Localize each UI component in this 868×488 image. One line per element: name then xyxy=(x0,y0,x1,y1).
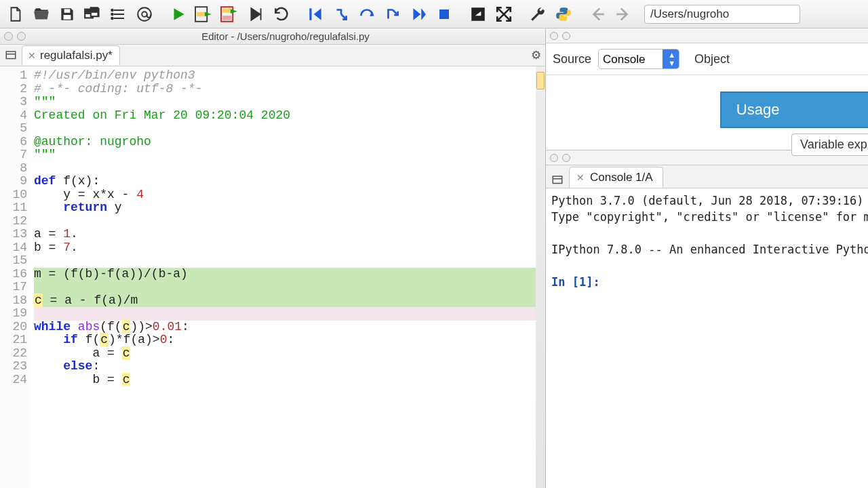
help-pane-title xyxy=(546,28,868,43)
svg-rect-1 xyxy=(64,9,71,12)
new-file-icon[interactable] xyxy=(4,3,27,26)
close-dot-icon[interactable] xyxy=(4,32,13,41)
scrollbar-thumb[interactable] xyxy=(536,72,545,89)
step-over-line-icon[interactable] xyxy=(381,3,404,26)
code-editor[interactable]: 123456789101112131415161718192021222324 … xyxy=(0,66,545,488)
svg-rect-18 xyxy=(309,8,311,20)
file-tab-label: regulafalsi.py* xyxy=(40,49,113,62)
goto-first-icon[interactable] xyxy=(304,3,327,26)
run-cell-advance-icon[interactable] xyxy=(218,3,241,26)
python-icon[interactable] xyxy=(552,3,575,26)
line-gutter: 123456789101112131415161718192021222324 xyxy=(0,66,31,488)
run-icon[interactable] xyxy=(167,3,190,26)
editor-options-icon[interactable]: ⚙ xyxy=(531,48,541,62)
svg-rect-22 xyxy=(553,176,562,184)
svg-point-8 xyxy=(111,13,113,15)
console-tab[interactable]: ✕ Console 1/A xyxy=(569,167,663,188)
editor-title-bar: Editor - /Users/nugroho/regulafalsi.py xyxy=(0,28,545,45)
arrow-left-icon[interactable] xyxy=(586,3,609,26)
min-dot-icon[interactable] xyxy=(562,32,570,40)
svg-point-7 xyxy=(111,9,113,11)
scrollbar-track[interactable] xyxy=(536,66,545,488)
source-label: Source xyxy=(553,52,591,66)
browse-console-tabs-icon[interactable] xyxy=(550,173,565,188)
main-toolbar xyxy=(0,0,868,28)
variable-explorer-link[interactable]: Variable exp xyxy=(791,134,868,156)
object-label: Object xyxy=(694,52,730,66)
stop-icon[interactable] xyxy=(433,3,456,26)
step-in-icon[interactable] xyxy=(330,3,353,26)
open-folder-icon[interactable] xyxy=(30,3,53,26)
svg-point-9 xyxy=(111,17,113,19)
console-tab-row: ✕ Console 1/A xyxy=(546,165,868,188)
debug-icon[interactable] xyxy=(244,3,267,26)
run-cell-icon[interactable] xyxy=(193,3,216,26)
svg-point-10 xyxy=(138,7,151,21)
at-icon[interactable] xyxy=(133,3,156,26)
min-dot-icon[interactable] xyxy=(562,154,570,162)
step-over-icon[interactable] xyxy=(355,3,378,26)
save-icon[interactable] xyxy=(56,3,79,26)
svg-rect-21 xyxy=(6,52,16,59)
help-body: Usage Variable exp xyxy=(546,75,868,150)
close-tab-icon[interactable]: ✕ xyxy=(28,50,36,61)
svg-rect-0 xyxy=(64,15,71,20)
close-dot-icon[interactable] xyxy=(550,32,558,40)
wrench-icon[interactable] xyxy=(526,3,549,26)
svg-rect-13 xyxy=(197,12,205,16)
console-tab-label: Console 1/A xyxy=(590,171,653,184)
editor-title-text: Editor - /Users/nugroho/regulafalsi.py xyxy=(30,30,541,42)
svg-point-11 xyxy=(142,12,147,17)
source-select[interactable]: Console xyxy=(598,49,679,69)
maximize-icon[interactable] xyxy=(467,3,490,26)
restart-icon[interactable] xyxy=(270,3,293,26)
step-out-icon[interactable] xyxy=(407,3,430,26)
path-input[interactable] xyxy=(644,5,800,24)
close-dot-icon[interactable] xyxy=(550,154,558,162)
help-source-row: Source Console ▲▼ Object xyxy=(546,43,868,75)
list-icon[interactable] xyxy=(107,3,130,26)
arrow-right-icon[interactable] xyxy=(612,3,635,26)
browse-tabs-icon[interactable] xyxy=(4,49,18,62)
file-tab[interactable]: ✕ regulafalsi.py* xyxy=(22,45,120,65)
fullscreen-icon[interactable] xyxy=(492,3,515,26)
svg-rect-19 xyxy=(439,9,449,19)
svg-rect-3 xyxy=(92,12,98,15)
svg-rect-15 xyxy=(222,8,231,12)
console-output[interactable]: Python 3.7.0 (default, Jun 28 2018, 07:3… xyxy=(546,188,868,488)
close-console-tab-icon[interactable]: ✕ xyxy=(576,172,585,183)
min-dot-icon[interactable] xyxy=(17,32,26,41)
save-all-icon[interactable] xyxy=(81,3,104,26)
svg-rect-16 xyxy=(222,16,231,20)
usage-button[interactable]: Usage xyxy=(720,92,868,128)
editor-tab-row: ✕ regulafalsi.py* ⚙ xyxy=(0,45,545,66)
